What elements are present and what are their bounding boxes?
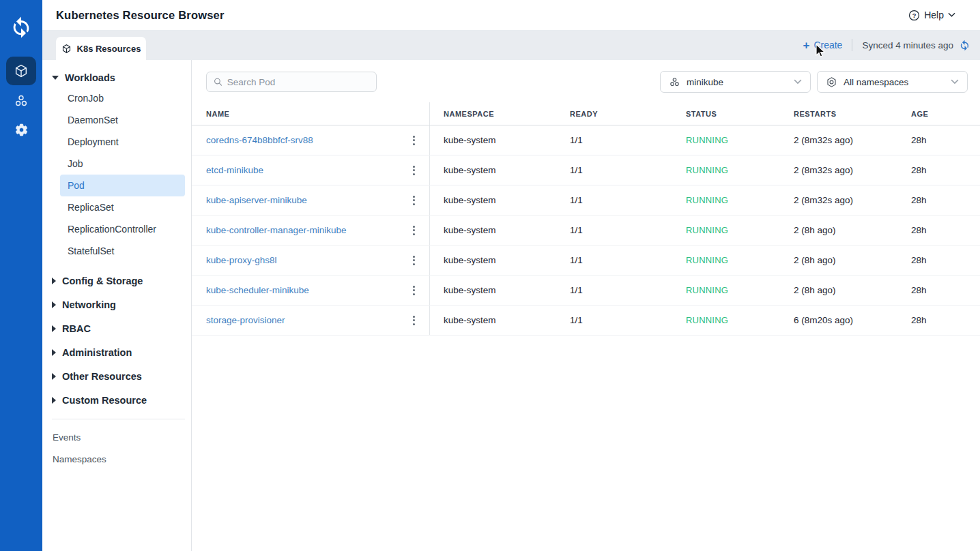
- pod-name-link[interactable]: kube-controller-manager-minikube: [206, 225, 347, 235]
- help-label: Help: [924, 10, 944, 20]
- cube-icon: [61, 44, 72, 54]
- pod-name-link[interactable]: kube-proxy-ghs8l: [206, 255, 277, 265]
- nav-group-administration[interactable]: Administration: [42, 340, 191, 364]
- rail-clusters-button[interactable]: [6, 87, 36, 115]
- table-row: etcd-minikube kube-system 1/1 RUNNING 2 …: [192, 155, 980, 185]
- create-button[interactable]: + Create: [803, 40, 842, 51]
- create-label: Create: [813, 40, 842, 50]
- cell-ready: 1/1: [556, 315, 672, 325]
- nav-item-daemonset[interactable]: DaemonSet: [60, 109, 185, 131]
- cell-namespace: kube-system: [430, 195, 556, 205]
- nav-item-events[interactable]: Events: [42, 426, 191, 448]
- divider: [852, 39, 852, 51]
- hexagon-namespace-icon: [826, 76, 837, 88]
- status-badge: RUNNING: [672, 135, 780, 145]
- chevron-down-icon: [951, 79, 959, 85]
- pod-name-link[interactable]: kube-scheduler-minikube: [206, 285, 309, 295]
- resource-tree: Workloads CronJob DaemonSet Deployment J…: [42, 60, 192, 551]
- synced-label: Synced 4 minutes ago: [862, 40, 953, 50]
- cube-icon: [14, 63, 29, 78]
- nav-group-config-storage[interactable]: Config & Storage: [42, 269, 191, 293]
- table-row: kube-apiserver-minikube kube-system 1/1 …: [192, 185, 980, 215]
- nav-item-namespaces[interactable]: Namespaces: [42, 448, 191, 470]
- status-badge: RUNNING: [672, 225, 780, 235]
- cell-age: 28h: [897, 255, 980, 265]
- refresh-icon[interactable]: [959, 40, 970, 51]
- plus-icon: +: [803, 40, 809, 51]
- app-rail: [0, 0, 42, 551]
- sync-arrows-logo-icon: [10, 16, 33, 39]
- caret-right-icon: [52, 278, 56, 284]
- nav-item-deployment[interactable]: Deployment: [60, 131, 185, 153]
- namespace-select-value: All namespaces: [844, 77, 945, 87]
- cell-ready: 1/1: [556, 165, 672, 175]
- kebab-menu-icon[interactable]: [406, 312, 421, 329]
- rail-settings-button[interactable]: [6, 115, 36, 144]
- nav-item-cronjob[interactable]: CronJob: [60, 87, 185, 109]
- nav-group-rbac[interactable]: RBAC: [42, 316, 191, 340]
- kebab-menu-icon[interactable]: [406, 162, 421, 179]
- nav-group-workloads[interactable]: Workloads: [42, 68, 191, 87]
- cell-namespace: kube-system: [430, 255, 556, 265]
- col-ready: READY: [556, 110, 672, 118]
- nav-group-custom-resource[interactable]: Custom Resource: [42, 388, 191, 412]
- table-row: kube-controller-manager-minikube kube-sy…: [192, 215, 980, 245]
- cell-ready: 1/1: [556, 135, 672, 145]
- toolbar: minikube All namespaces: [192, 71, 980, 93]
- table-row: kube-scheduler-minikube kube-system 1/1 …: [192, 276, 980, 306]
- nav-item-replicationcontroller[interactable]: ReplicationController: [60, 218, 185, 240]
- pod-name-link[interactable]: storage-provisioner: [206, 315, 285, 325]
- help-question-icon: ?: [908, 10, 920, 21]
- nav-item-job[interactable]: Job: [60, 153, 185, 175]
- kebab-menu-icon[interactable]: [406, 282, 421, 299]
- pod-name-link[interactable]: etcd-minikube: [206, 165, 263, 175]
- pod-name-link[interactable]: coredns-674b8bbfcf-srv88: [206, 135, 313, 145]
- cell-age: 28h: [897, 315, 980, 325]
- cell-ready: 1/1: [556, 285, 672, 295]
- col-age: AGE: [897, 110, 980, 118]
- app-logo: [8, 14, 35, 41]
- chevron-down-icon: [948, 12, 955, 18]
- nav-item-replicaset[interactable]: ReplicaSet: [60, 196, 185, 218]
- cluster-circles-icon: [669, 76, 680, 88]
- search-input[interactable]: [227, 77, 369, 87]
- cell-age: 28h: [897, 225, 980, 235]
- namespace-select[interactable]: All namespaces: [817, 71, 968, 93]
- cluster-select-value: minikube: [687, 77, 788, 87]
- kebab-menu-icon[interactable]: [406, 222, 421, 239]
- tab-strip: K8s Resources + Create Synced 4 minutes …: [42, 30, 980, 60]
- cell-restarts: 2 (8h ago): [780, 285, 897, 295]
- caret-right-icon: [52, 349, 56, 356]
- status-badge: RUNNING: [672, 165, 780, 175]
- rail-resources-button[interactable]: [6, 57, 36, 85]
- cluster-select[interactable]: minikube: [660, 71, 811, 93]
- cell-age: 28h: [897, 135, 980, 145]
- help-menu[interactable]: ? Help: [908, 10, 955, 21]
- main-content: minikube All namespaces NAME NAMESPACE R…: [192, 60, 980, 551]
- nav-item-statefulset[interactable]: StatefulSet: [60, 240, 185, 262]
- cell-age: 28h: [897, 195, 980, 205]
- col-restarts: RESTARTS: [780, 110, 897, 118]
- nav-group-other-resources[interactable]: Other Resources: [42, 364, 191, 388]
- status-badge: RUNNING: [672, 285, 780, 295]
- search-box: [206, 72, 377, 92]
- cell-namespace: kube-system: [430, 135, 556, 145]
- tab-label: K8s Resources: [77, 44, 141, 54]
- nav-group-networking[interactable]: Networking: [42, 293, 191, 316]
- kebab-menu-icon[interactable]: [406, 132, 421, 149]
- cell-restarts: 2 (8h ago): [780, 255, 897, 265]
- kebab-menu-icon[interactable]: [406, 192, 421, 209]
- divider: [52, 419, 185, 419]
- table-row: kube-proxy-ghs8l kube-system 1/1 RUNNING…: [192, 245, 980, 276]
- tab-k8s-resources[interactable]: K8s Resources: [56, 37, 146, 60]
- kebab-menu-icon[interactable]: [406, 252, 421, 269]
- svg-text:?: ?: [912, 12, 917, 18]
- table-row: storage-provisioner kube-system 1/1 RUNN…: [192, 306, 980, 336]
- gear-icon: [14, 123, 29, 137]
- nav-item-pod[interactable]: Pod: [60, 175, 185, 196]
- cell-namespace: kube-system: [430, 225, 556, 235]
- cell-namespace: kube-system: [430, 165, 556, 175]
- pods-table: NAME NAMESPACE READY STATUS RESTARTS AGE…: [192, 102, 980, 336]
- col-name: NAME: [192, 110, 229, 118]
- pod-name-link[interactable]: kube-apiserver-minikube: [206, 195, 307, 205]
